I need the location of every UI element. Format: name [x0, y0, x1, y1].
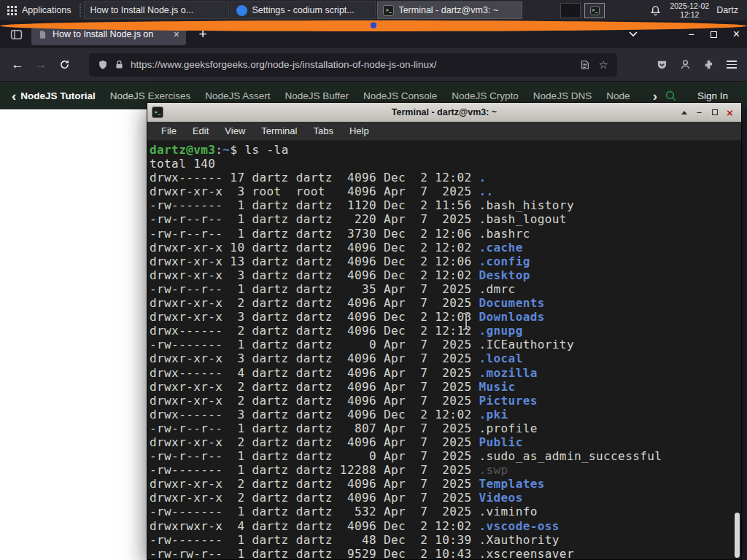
file-meta: -rw-r--r-- 1 dartz dartz 220 Apr 7 2025: [150, 212, 479, 226]
file-name: Public: [479, 435, 522, 449]
shade-button[interactable]: [676, 103, 692, 122]
forward-button[interactable]: →: [29, 54, 53, 76]
file-row: drwx------ 17 dartz dartz 4096 Dec 2 12:…: [150, 171, 741, 184]
menu-terminal[interactable]: Terminal: [253, 125, 305, 136]
tab-close-icon[interactable]: ×: [174, 29, 179, 39]
file-row: drwxr-xr-x 2 dartz dartz 4096 Apr 7 2025…: [150, 394, 741, 408]
triangle-up-icon: [681, 111, 687, 114]
user-menu[interactable]: Dartz: [716, 5, 738, 15]
menu-tabs[interactable]: Tabs: [305, 125, 341, 136]
file-meta: drwxr-xr-x 2 dartz dartz 4096 Apr 7 2025: [150, 380, 479, 394]
prompt-symbol: $: [230, 143, 244, 157]
file-meta: -rw-r--r-- 1 dartz dartz 35 Apr 7 2025: [150, 282, 479, 296]
file-name: .bashrc: [479, 227, 530, 241]
menu-button[interactable]: [727, 61, 737, 69]
file-meta: -rw------- 1 dartz dartz 48 Dec 2 10:39: [150, 533, 479, 547]
file-name: Documents: [479, 296, 544, 310]
notifications-button[interactable]: [650, 5, 661, 16]
terminal-body[interactable]: dartz@vm3:~$ ls -latotal 140drwx------ 1…: [147, 141, 741, 559]
workspace-1[interactable]: [560, 3, 581, 18]
applications-menu-button[interactable]: Applications: [0, 0, 77, 20]
nav-item-nodejs-tutorial[interactable]: NodeJS Tutorial: [20, 90, 96, 101]
workspace-2[interactable]: >_: [584, 3, 605, 18]
bookmark-star-icon[interactable]: ☆: [599, 59, 608, 70]
file-name: .Xauthority: [479, 533, 559, 547]
terminal-icon: >_: [590, 6, 600, 15]
file-meta: drwx------ 17 dartz dartz 4096 Dec 2 12:…: [150, 171, 479, 184]
file-meta: -rw------- 1 dartz dartz 12288 Apr 7 202…: [150, 463, 479, 477]
terminal-title-bar[interactable]: >_ Terminal - dartz@vm3: ~ − ×: [147, 103, 741, 122]
terminal-minimize-icon[interactable]: −: [692, 103, 707, 122]
nav-item-nodejs-buffer[interactable]: NodeJS Buffer: [285, 90, 349, 101]
file-meta: -rw------- 1 dartz dartz 532 Apr 7 2025: [150, 505, 479, 518]
terminal-maximize-icon[interactable]: [707, 103, 722, 122]
nav-scroll-left-icon[interactable]: ‹: [7, 89, 20, 103]
url-bar[interactable]: https://www.geeksforgeeks.org/node-js/in…: [89, 53, 617, 77]
extensions-puzzle-icon[interactable]: [703, 59, 714, 70]
taskbar-button[interactable]: Settings - codium script...: [231, 1, 376, 19]
prompt-path: ~: [222, 143, 230, 157]
reload-button[interactable]: [53, 54, 76, 76]
lock-icon[interactable]: [115, 60, 124, 69]
applications-label: Applications: [22, 5, 71, 15]
minimize-icon[interactable]: −: [688, 28, 694, 40]
search-icon[interactable]: [665, 90, 677, 102]
file-name: .cache: [479, 241, 522, 254]
nav-item-nodejs-dns[interactable]: NodeJS DNS: [533, 90, 592, 101]
nav-item-node[interactable]: Node: [606, 90, 630, 101]
file-name: ..: [479, 184, 493, 198]
back-button[interactable]: ←: [6, 54, 29, 76]
file-meta: drwxr-xr-x 13 dartz dartz 4096 Dec 2 12:…: [150, 254, 479, 268]
file-meta: drwxr-xr-x 2 dartz dartz 4096 Apr 7 2025: [150, 477, 479, 491]
file-name: .: [479, 171, 486, 184]
file-name: Desktop: [479, 268, 530, 282]
file-name: Pictures: [479, 394, 537, 408]
nav-scroll-right-icon[interactable]: ›: [649, 89, 662, 103]
site-nav-right: Sign In: [665, 90, 740, 102]
nav-item-nodejs-assert[interactable]: NodeJS Assert: [205, 90, 270, 101]
file-row: drwxr-xr-x 13 dartz dartz 4096 Dec 2 12:…: [150, 254, 741, 268]
menu-file[interactable]: File: [153, 125, 185, 136]
file-name: .mozilla: [479, 366, 537, 380]
taskbar-button[interactable]: How to Install Node.js o...: [84, 1, 229, 19]
clock[interactable]: 2025-12-02 12:12: [670, 1, 709, 19]
menu-view[interactable]: View: [217, 125, 253, 136]
file-meta: -rw-r--r-- 1 dartz dartz 807 Apr 7 2025: [150, 421, 479, 435]
taskbar-button-label: Terminal - dartz@vm3: ~: [398, 5, 498, 15]
terminal-close-icon[interactable]: ×: [722, 103, 738, 122]
file-name: Downloads: [479, 310, 544, 324]
file-row: -rw------- 1 dartz dartz 532 Apr 7 2025 …: [150, 505, 741, 518]
firefox-view-button[interactable]: [10, 28, 23, 41]
reader-mode-icon[interactable]: [580, 60, 590, 70]
file-row: drwxr-xr-x 2 dartz dartz 4096 Apr 7 2025…: [150, 296, 741, 310]
file-meta: drwxr-xr-x 2 dartz dartz 4096 Apr 7 2025: [150, 296, 479, 310]
workspace-switcher: >_: [560, 3, 605, 18]
terminal-window-icon[interactable]: >_: [152, 106, 163, 118]
clock-date: 2025-12-02: [670, 1, 709, 10]
terminal-scrollbar-thumb[interactable]: [735, 513, 740, 558]
file-name: Videos: [479, 491, 522, 505]
file-row: drwxr-xr-x 2 dartz dartz 4096 Apr 7 2025…: [150, 477, 741, 491]
taskbar-button[interactable]: >_Terminal - dartz@vm3: ~: [377, 1, 522, 19]
terminal-window: >_ Terminal - dartz@vm3: ~ − × FileEditV…: [147, 102, 742, 560]
nav-item-nodejs-exercises[interactable]: NodeJS Exercises: [110, 90, 190, 101]
menu-edit[interactable]: Edit: [185, 125, 217, 136]
file-row: drwxr-xr-x 3 dartz dartz 4096 Dec 2 12:0…: [150, 310, 741, 324]
file-name: .sudo_as_admin_successful: [479, 449, 662, 463]
account-icon[interactable]: [680, 59, 691, 70]
nav-item-nodejs-console[interactable]: NodeJS Console: [363, 90, 437, 101]
file-row: drwx------ 3 dartz dartz 4096 Dec 2 12:0…: [150, 408, 741, 421]
file-name: .pki: [479, 408, 508, 421]
tracking-shield-icon[interactable]: [98, 60, 108, 70]
file-row: -rw------- 1 dartz dartz 1120 Dec 2 11:5…: [150, 198, 741, 212]
pocket-icon[interactable]: [657, 59, 667, 70]
menu-help[interactable]: Help: [341, 125, 377, 136]
browser-scrollbar[interactable]: [741, 109, 747, 560]
nav-item-nodejs-crypto[interactable]: NodeJS Crypto: [452, 90, 519, 101]
close-icon[interactable]: ×: [733, 28, 740, 41]
file-name: .ICEauthority: [479, 338, 573, 351]
file-row: drwxr-xr-x 2 dartz dartz 4096 Apr 7 2025…: [150, 491, 741, 505]
file-meta: drwxr-xr-x 2 dartz dartz 4096 Apr 7 2025: [150, 435, 479, 449]
maximize-icon[interactable]: [711, 31, 717, 38]
sign-in-button[interactable]: Sign In: [697, 90, 728, 101]
